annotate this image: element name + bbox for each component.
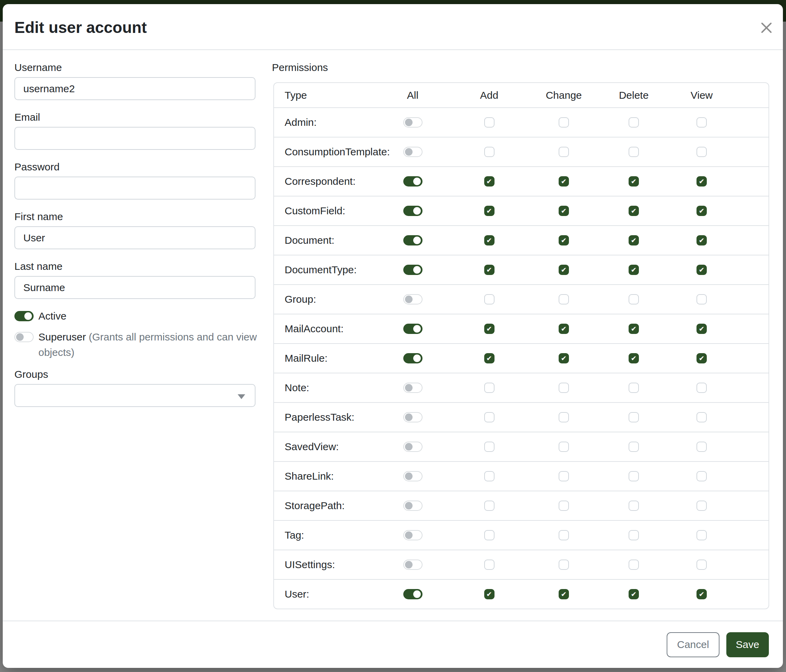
perm-add-checkbox[interactable] [484,176,495,187]
perm-add-checkbox[interactable] [484,117,495,127]
perm-all-toggle[interactable] [403,265,423,275]
permissions-table: TypeAllAddChangeDeleteView Admin: Consum… [273,82,769,609]
perm-change-checkbox[interactable] [559,206,569,216]
username-input[interactable] [14,77,255,100]
active-toggle[interactable] [14,311,34,321]
perm-all-toggle[interactable] [403,323,423,334]
perm-add-checkbox[interactable] [484,147,495,157]
perm-change-checkbox[interactable] [559,559,569,570]
perm-change-checkbox[interactable] [559,412,569,422]
perm-delete-checkbox[interactable] [629,294,639,305]
perm-change-checkbox[interactable] [559,235,569,245]
perm-all-toggle[interactable] [403,412,423,422]
perm-view-checkbox[interactable] [696,383,707,393]
perm-view-checkbox[interactable] [696,353,707,363]
perm-view-checkbox[interactable] [696,589,707,599]
perm-view-checkbox[interactable] [696,559,707,570]
perm-delete-checkbox[interactable] [629,323,639,334]
perm-view-checkbox[interactable] [696,501,707,511]
perm-view-checkbox[interactable] [696,412,707,422]
first-name-input[interactable] [14,226,255,249]
perm-change-checkbox[interactable] [559,353,569,363]
perm-add-checkbox[interactable] [484,206,495,216]
password-label: Password [14,161,258,173]
close-button[interactable] [759,20,774,35]
perm-delete-checkbox[interactable] [629,147,639,157]
perm-delete-checkbox[interactable] [629,412,639,422]
perm-change-checkbox[interactable] [559,471,569,481]
perm-delete-checkbox[interactable] [629,206,639,216]
perm-all-toggle[interactable] [403,206,423,216]
perm-view-checkbox[interactable] [696,530,707,540]
perm-add-checkbox[interactable] [484,441,495,452]
perm-delete-checkbox[interactable] [629,117,639,127]
perm-add-checkbox[interactable] [484,589,495,599]
perm-change-checkbox[interactable] [559,117,569,127]
perm-add-checkbox[interactable] [484,323,495,334]
perm-all-toggle[interactable] [403,530,423,540]
perm-add-checkbox[interactable] [484,501,495,511]
perm-delete-checkbox[interactable] [629,383,639,393]
perm-delete-checkbox[interactable] [629,530,639,540]
perm-delete-checkbox[interactable] [629,353,639,363]
perm-change-checkbox[interactable] [559,441,569,452]
perm-type-label: SavedView: [274,441,374,452]
perm-add-checkbox[interactable] [484,235,495,245]
perm-change-checkbox[interactable] [559,147,569,157]
perm-change-checkbox[interactable] [559,323,569,334]
perm-view-checkbox[interactable] [696,471,707,481]
perm-all-toggle[interactable] [403,147,423,157]
perm-change-checkbox[interactable] [559,589,569,599]
perm-delete-checkbox[interactable] [629,235,639,245]
perm-add-checkbox[interactable] [484,294,495,305]
perm-change-checkbox[interactable] [559,176,569,187]
perm-view-checkbox[interactable] [696,235,707,245]
perm-change-checkbox[interactable] [559,294,569,305]
save-button[interactable]: Save [726,632,769,657]
perm-add-checkbox[interactable] [484,471,495,481]
perm-delete-checkbox[interactable] [629,176,639,187]
perm-view-checkbox[interactable] [696,323,707,334]
perm-view-checkbox[interactable] [696,441,707,452]
perm-all-toggle[interactable] [403,501,423,511]
perm-all-toggle[interactable] [403,559,423,570]
perm-change-checkbox[interactable] [559,530,569,540]
perm-delete-checkbox[interactable] [629,589,639,599]
perm-delete-checkbox[interactable] [629,441,639,452]
groups-select[interactable] [14,384,255,407]
perm-all-toggle[interactable] [403,294,423,305]
perm-add-checkbox[interactable] [484,559,495,570]
perm-all-toggle[interactable] [403,589,423,599]
perm-all-toggle[interactable] [403,117,423,127]
last-name-input[interactable] [14,276,255,299]
perm-add-checkbox[interactable] [484,383,495,393]
perm-all-toggle[interactable] [403,471,423,481]
perm-view-checkbox[interactable] [696,147,707,157]
perm-change-checkbox[interactable] [559,265,569,275]
perm-view-checkbox[interactable] [696,294,707,305]
cancel-button[interactable]: Cancel [667,632,719,657]
email-input[interactable] [14,127,255,150]
perm-all-toggle[interactable] [403,441,423,452]
perm-delete-checkbox[interactable] [629,559,639,570]
perm-delete-checkbox[interactable] [629,265,639,275]
perm-change-checkbox[interactable] [559,383,569,393]
perm-view-checkbox[interactable] [696,206,707,216]
perm-view-checkbox[interactable] [696,176,707,187]
perm-add-checkbox[interactable] [484,530,495,540]
perm-view-checkbox[interactable] [696,117,707,127]
perm-add-checkbox[interactable] [484,353,495,363]
perm-add-checkbox[interactable] [484,265,495,275]
perm-delete-checkbox[interactable] [629,501,639,511]
perm-change-checkbox[interactable] [559,501,569,511]
perm-all-toggle[interactable] [403,176,423,187]
table-row: PaperlessTask: [274,402,769,432]
superuser-toggle[interactable] [14,332,34,342]
perm-delete-checkbox[interactable] [629,471,639,481]
perm-add-checkbox[interactable] [484,412,495,422]
perm-all-toggle[interactable] [403,235,423,245]
password-input[interactable] [14,177,255,199]
perm-all-toggle[interactable] [403,353,423,363]
perm-view-checkbox[interactable] [696,265,707,275]
perm-all-toggle[interactable] [403,383,423,393]
